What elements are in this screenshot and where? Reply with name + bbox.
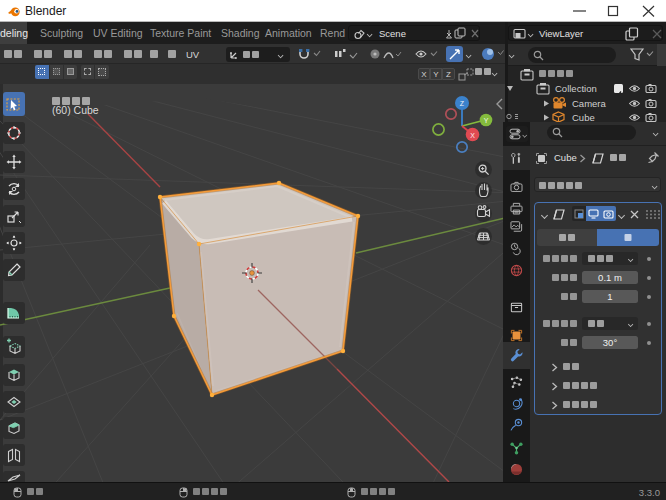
svg-text:Z: Z <box>460 100 465 107</box>
svg-text:Y: Y <box>484 117 489 124</box>
svg-text:X: X <box>470 132 475 139</box>
